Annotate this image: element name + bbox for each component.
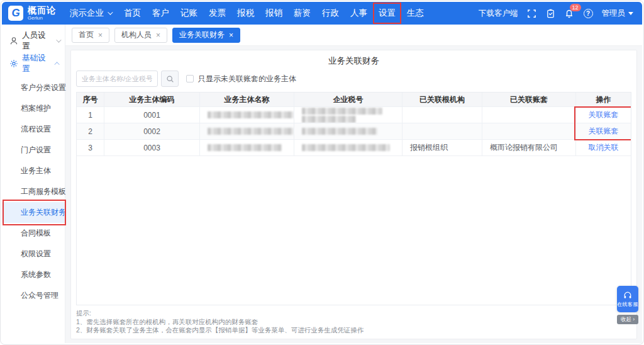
link-associate-account-set[interactable]: 关联账套 — [589, 110, 619, 120]
sidebar-item-business-entity[interactable]: 业务主体 — [2, 161, 65, 181]
nav-item-invoice[interactable]: 发票 — [206, 6, 228, 20]
sidebar-item-system-params[interactable]: 系统参数 — [2, 264, 65, 285]
content-card: 业务关联财务 只显示未关联账套的业务主体 序号 — [70, 50, 637, 339]
main-menu: 首页 客户 记账 发票 报税 报销 薪资 行政 人事 设置 生态 — [121, 6, 426, 20]
cell-tax-redacted — [294, 140, 402, 156]
col-header-root-org: 已关联根机构 — [402, 93, 482, 107]
col-header-account-set: 已关联账套 — [482, 93, 576, 107]
entities-table: 序号 业务主体编码 业务主体名称 企业税号 已关联根机构 已关联账套 操作 1 … — [76, 92, 631, 305]
nav-item-tax[interactable]: 报税 — [235, 6, 257, 20]
chevron-down-icon — [56, 37, 61, 42]
col-header-index: 序号 — [77, 93, 104, 107]
col-header-actions: 操作 — [576, 93, 631, 107]
sidebar-item-workflow[interactable]: 流程设置 — [2, 119, 65, 140]
col-header-tax-no: 企业税号 — [294, 93, 402, 107]
hint-line-2: 2、财务账套关联了业务主体，会在账套内显示【报销单据】等业务菜单、可进行业务生成… — [76, 326, 631, 335]
sidebar-item-customer-category[interactable]: 客户分类设置 — [2, 77, 65, 98]
cell-index: 2 — [77, 123, 104, 140]
col-header-code: 业务主体编码 — [104, 93, 200, 107]
sidebar-group-personnel[interactable]: 人员设置 — [2, 30, 65, 52]
help-icon[interactable]: ? — [583, 8, 594, 19]
sidebar-item-official-account[interactable]: 公众号管理 — [2, 285, 65, 306]
cell-account-set: 概而论报销有限公司 — [482, 140, 576, 156]
checkbox-box[interactable] — [186, 75, 194, 82]
sidebar-item-service-template[interactable]: 工商服务模板 — [2, 181, 65, 202]
tab-business-finance-link[interactable]: 业务关联财务 × — [172, 28, 240, 43]
search-input[interactable] — [76, 71, 158, 87]
link-cancel-association[interactable]: 取消关联 — [589, 142, 619, 153]
search-button[interactable] — [161, 71, 179, 87]
company-selector[interactable]: 演示企业 — [70, 8, 111, 19]
fullscreen-icon[interactable] — [526, 8, 537, 19]
online-service-button[interactable]: 在线客服 — [617, 286, 638, 312]
link-associate-account-set[interactable]: 关联账套 — [589, 126, 619, 137]
nav-item-expense[interactable]: 报销 — [263, 6, 285, 20]
cell-code: 0002 — [104, 123, 200, 140]
sidebar-submenu: 客户分类设置 档案维护 流程设置 门户设置 业务主体 工商服务模板 业务关联财务… — [2, 77, 65, 306]
cell-name-redacted — [200, 123, 294, 140]
chevron-up-icon — [54, 62, 59, 67]
nav-item-admin[interactable]: 行政 — [319, 6, 341, 20]
close-tab-icon[interactable]: × — [229, 31, 233, 39]
nav-item-bookkeeping[interactable]: 记账 — [178, 6, 200, 20]
collapse-button[interactable]: 收起 › — [617, 315, 638, 324]
cell-account-set — [482, 123, 576, 140]
user-name: 管理员 — [602, 8, 626, 19]
download-client-link[interactable]: 下载客户端 — [479, 8, 518, 19]
close-tab-icon[interactable]: × — [156, 31, 160, 39]
checkbox-label: 只显示未关联账套的业务主体 — [198, 74, 296, 84]
cell-code: 0003 — [104, 140, 200, 156]
chevron-down-icon — [108, 9, 113, 14]
user-icon — [9, 37, 18, 45]
nav-item-customers[interactable]: 客户 — [150, 6, 172, 20]
gear-icon — [9, 59, 18, 68]
sidebar-item-contract-template[interactable]: 合同模板 — [2, 223, 65, 244]
table-header-row: 序号 业务主体编码 业务主体名称 企业税号 已关联根机构 已关联账套 操作 — [77, 93, 631, 107]
app-logo-icon: G — [8, 6, 23, 21]
filter-unlinked-checkbox[interactable]: 只显示未关联账套的业务主体 — [186, 74, 296, 84]
cell-root-org — [402, 123, 482, 140]
brand-name: 概而论 — [28, 6, 56, 14]
cell-index: 1 — [77, 107, 104, 123]
tab-org-personnel[interactable]: 机构人员 × — [114, 28, 167, 43]
online-service-label: 在线客服 — [617, 301, 638, 308]
caret-down-icon — [628, 12, 633, 15]
nav-item-home[interactable]: 首页 — [121, 6, 143, 20]
sidebar-group-basic-settings[interactable]: 基础设置 — [2, 52, 65, 75]
page-title: 业务关联财务 — [76, 53, 631, 68]
sidebar-item-portal[interactable]: 门户设置 — [2, 140, 65, 161]
headset-icon — [623, 291, 632, 300]
sidebar-group-label: 基础设置 — [22, 53, 52, 74]
cell-code: 0001 — [104, 107, 200, 123]
navbar-right: 下载客户端 12 ? 管理员 — [479, 8, 633, 19]
clipboard-icon[interactable] — [545, 8, 556, 19]
close-tab-icon[interactable]: × — [98, 31, 103, 39]
col-header-name: 业务主体名称 — [200, 93, 294, 107]
table-row: 3 0003 报销根组织 概而论报销有限公司 取消关联 — [77, 140, 631, 156]
cell-name-redacted — [200, 107, 294, 123]
tab-home[interactable]: 首页 × — [72, 28, 109, 43]
hint-line-1: 1、需先选择账套所在的根机构，再关联对应机构内的财务账套 — [76, 318, 631, 327]
cell-name-redacted — [200, 140, 294, 156]
sidebar-item-business-finance-link[interactable]: 业务关联财务 — [2, 202, 65, 223]
notifications-bell-icon[interactable]: 12 — [564, 8, 575, 19]
nav-item-hr[interactable]: 人事 — [348, 6, 370, 20]
cell-tax-redacted — [294, 123, 402, 140]
nav-item-ecosystem[interactable]: 生态 — [404, 6, 426, 20]
hints-title: 提示: — [76, 309, 631, 318]
nav-item-settings[interactable]: 设置 — [376, 6, 398, 20]
user-menu[interactable]: 管理员 — [602, 8, 634, 19]
hints-block: 提示: 1、需先选择账套所在的根机构，再关联对应机构内的财务账套 2、财务账套关… — [76, 309, 631, 335]
sidebar-item-archive[interactable]: 档案维护 — [2, 98, 65, 119]
tab-bar: 首页 × 机构人员 × 业务关联财务 × — [65, 25, 642, 46]
main-area: 首页 × 机构人员 × 业务关联财务 × 业务关联财务 — [65, 25, 642, 343]
cell-root-org — [402, 107, 482, 123]
sidebar-item-permissions[interactable]: 权限设置 — [2, 244, 65, 264]
brand: G 概而论 Gerlun — [8, 6, 56, 21]
company-selector-label: 演示企业 — [70, 8, 104, 19]
nav-item-payroll[interactable]: 薪资 — [291, 6, 313, 20]
sidebar: 人员设置 基础设置 客户分类设置 档案维护 流程设置 门户设置 业务主体 工商服… — [2, 25, 65, 343]
cell-index: 3 — [77, 140, 104, 156]
table-row: 1 0001 关联账套 — [77, 107, 631, 123]
top-navbar: G 概而论 Gerlun 演示企业 首页 客户 记账 发票 报税 报销 薪资 行… — [2, 2, 642, 25]
